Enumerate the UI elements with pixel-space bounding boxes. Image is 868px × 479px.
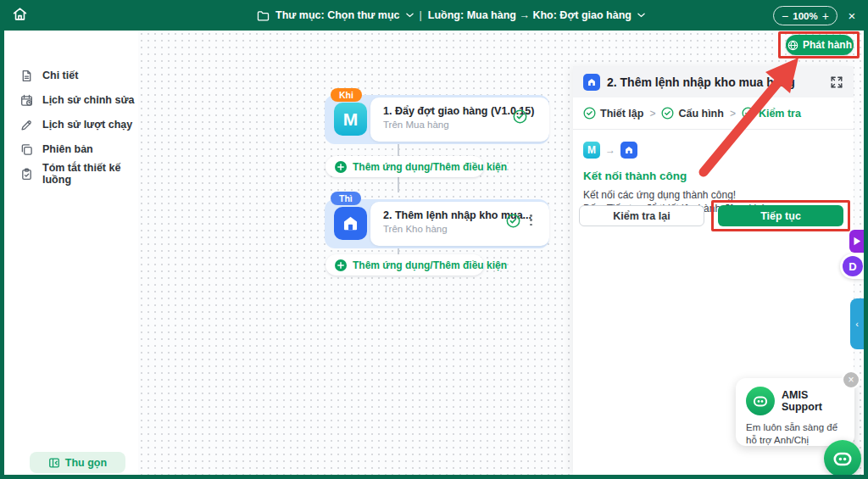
sidebar-item-chi-tiet[interactable]: Chi tiết [4,68,138,83]
step-2-subtitle: Trên Kho hàng [383,224,549,234]
step-1-card[interactable]: 1. Đẩy đợt giao hàng (V1.0.15) Trên Mua … [370,97,549,142]
sidebar-item-lich-su-luot-chay[interactable]: Lịch sử lượt chạy [4,117,138,132]
support-bot-icon [832,448,854,470]
step-2-card[interactable]: 2. Thêm lệnh nhập kho mua... Trên Kho hà… [370,202,549,246]
globe-icon [787,40,798,51]
file-icon [20,70,33,82]
retry-check-button[interactable]: Kiểm tra lại [579,205,704,226]
home-icon [12,6,28,25]
misa-m-icon: M [583,142,600,159]
panel-header: 2. Thêm lệnh nhập kho mua hàng [573,66,854,97]
chevron-left-icon: ‹ [855,319,859,329]
warehouse-icon [620,142,637,159]
breadcrumb: Thư mục: Chọn thư mục | Luồng: Mua hàng … [257,0,645,31]
clipboard-icon [20,168,33,181]
connector-line [398,143,399,156]
publish-label: Phát hành [803,39,852,51]
config-stepper: Thiết lập > Cấu hình > Kiểm tra [573,97,854,130]
misa-m-icon: M [334,103,367,136]
support-bot-icon [746,387,775,415]
expand-icon[interactable] [830,75,843,89]
video-guide-button[interactable] [849,230,864,253]
breadcrumb-separator: | [420,9,422,21]
sidebar-item-phien-ban[interactable]: Phiên bản [4,142,138,157]
stepper-label: Cấu hình [678,108,723,120]
add-pill-label: Thêm ứng dụng/Thêm điều kiện [353,259,507,271]
sidebar-item-label: Lịch sử lượt chạy [42,119,132,131]
pencil-icon [20,119,33,131]
chat-bubble-card[interactable]: AMIS Support Em luôn sẵn sàng để hỗ trợ … [736,378,854,446]
panel-title: 2. Thêm lệnh nhập kho mua hàng [607,75,823,89]
check-circle-icon [742,107,754,120]
collapse-label: Thu gọn [65,457,107,469]
add-pill-label: Thêm ứng dụng/Thêm điều kiện [353,161,507,173]
chat-header: AMIS Support [746,387,848,415]
chat-support-name: AMIS Support [782,389,848,413]
check-circle-icon [661,107,674,120]
workflow-builder-app: Thư mục: Chọn thư mục | Luồng: Mua hàng … [0,0,868,479]
step-2-title: 2. Thêm lệnh nhập kho mua... [383,209,549,221]
step-2-badge: Thì [331,192,361,205]
connector-line [398,175,399,192]
frame-border-bottom [0,475,868,479]
chevron-down-icon[interactable] [637,13,645,18]
panel-collapse-tab[interactable]: ‹ [850,298,864,349]
add-app-condition-button[interactable]: Thêm ứng dụng/Thêm điều kiện [326,254,484,276]
home-button[interactable] [11,7,28,24]
plus-circle-icon [335,161,347,173]
zoom-out-button[interactable]: − [782,10,788,22]
sidebar-item-lich-su-chinh-sua[interactable]: Lịch sử chỉnh sửa [4,92,138,108]
sidebar-item-label: Tóm tắt thiết kế luồng [42,162,138,186]
panel-content: M → Kết nối thành công Kết nối các ứng d… [573,130,854,215]
sidebar-item-tom-tat-thiet-ke-luong[interactable]: Tóm tắt thiết kế luồng [4,166,138,181]
breadcrumb-flow[interactable]: Luồng: Mua hàng → Kho: Đợt giao hàng [428,9,632,21]
warehouse-icon [583,74,600,91]
sidebar: Chi tiết Lịch sử chỉnh sửa Lịch sử lượt … [4,31,138,475]
stepper-separator: > [649,108,655,120]
frame-border-right [864,0,868,479]
chat-close-button[interactable]: × [842,370,860,389]
plus-circle-icon [335,259,347,271]
connection-success-line1: Kết nối các ứng dụng thành công! [583,188,843,202]
arrow-right-icon: → [605,144,615,156]
publish-button[interactable]: Phát hành [786,35,854,55]
play-icon [853,237,861,246]
sidebar-item-label: Phiên bản [42,143,93,155]
zoom-in-button[interactable]: + [822,10,829,22]
chat-fab-button[interactable] [824,440,861,477]
stepper-item-cau-hinh[interactable]: Cấu hình [661,107,723,120]
more-options-icon[interactable] [528,213,534,227]
zoom-level: 100% [793,11,817,21]
continue-button[interactable]: Tiếp tục [718,205,843,226]
versions-icon [20,143,33,156]
calendar-clock-icon [20,94,33,107]
stepper-separator: > [730,108,736,120]
check-circle-icon [583,107,596,120]
sidebar-item-label: Chi tiết [42,70,78,81]
close-button[interactable]: × [843,7,860,24]
check-circle-icon [513,109,527,124]
stepper-item-thiet-lap[interactable]: Thiết lập [583,107,643,120]
add-app-condition-button[interactable]: Thêm ứng dụng/Thêm điều kiện [326,156,484,177]
frame-border-left [0,0,4,479]
d-widget-button[interactable]: D [843,256,863,276]
connection-success-title: Kết nối thành công [583,170,843,182]
zoom-control: − 100% + [773,6,837,25]
collapse-icon [48,457,60,469]
folder-icon [257,10,270,21]
breadcrumb-folder[interactable]: Thư mục: Chọn thư mục [275,9,400,21]
sidebar-nav: Chi tiết Lịch sử chỉnh sửa Lịch sử lượt … [4,31,138,181]
step-1-badge: Khi [331,88,362,102]
warehouse-icon [334,207,367,240]
collapse-sidebar-button[interactable]: Thu gọn [30,452,125,473]
stepper-label: Thiết lập [600,108,643,120]
chevron-down-icon[interactable] [406,13,414,18]
stepper-item-kiem-tra[interactable]: Kiểm tra [742,107,801,120]
stepper-label: Kiểm tra [759,108,801,120]
check-circle-icon [506,214,520,228]
connected-apps-row: M → [583,142,843,159]
sidebar-item-label: Lịch sử chỉnh sửa [42,94,134,106]
